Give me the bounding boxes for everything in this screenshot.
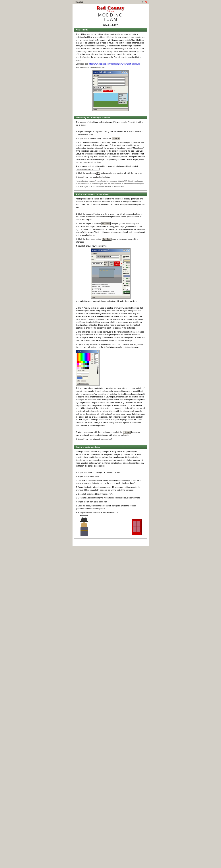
swatch-blue[interactable] bbox=[87, 361, 89, 363]
kdff-col-browse-btn2[interactable]: ... bbox=[125, 83, 128, 86]
swatch-cyan[interactable] bbox=[85, 361, 87, 363]
phone-booth bbox=[132, 519, 141, 535]
kdff-save-btn[interactable]: 💾 Save bbox=[123, 291, 130, 293]
kdff-big-max[interactable]: □ bbox=[125, 249, 127, 251]
cp-grn-input[interactable] bbox=[94, 361, 98, 362]
swatch-ltblue[interactable] bbox=[87, 365, 89, 367]
kdff-menu-viewcol[interactable]: View Col bbox=[94, 74, 99, 76]
swatch-white[interactable] bbox=[79, 363, 81, 365]
download-link[interactable]: https://www.mediafire.com/file/mkmrt2vy4… bbox=[89, 63, 140, 65]
kdff-col-browse-btn1[interactable]: ... bbox=[125, 80, 128, 83]
kdff-vertex-select[interactable]: Day Vertex bbox=[93, 86, 105, 89]
save-btn-mock[interactable]: 💾 bbox=[96, 172, 100, 175]
viewcol-optimise[interactable]: ✓ Optimise bbox=[119, 99, 126, 101]
swatch-green[interactable] bbox=[83, 361, 85, 363]
swatch-vdkgray[interactable] bbox=[85, 367, 87, 369]
cp-blu-input[interactable] bbox=[94, 363, 98, 364]
brightness-slider[interactable] bbox=[97, 365, 98, 374]
cp-rainbow[interactable] bbox=[77, 353, 91, 361]
z-slider-row: Z bbox=[123, 267, 130, 269]
swatch-ltmagenta[interactable] bbox=[77, 367, 79, 369]
kdff-right-panel: Day Color / Direction X Y Z bbox=[123, 255, 131, 296]
kdff-big-col-input[interactable] bbox=[96, 258, 119, 261]
custom-swatch-3[interactable] bbox=[81, 372, 83, 374]
kdff-big-vertex-select[interactable]: Day Vertex bbox=[92, 262, 103, 265]
custom-swatch-2[interactable] bbox=[79, 372, 81, 374]
swatch-gray[interactable] bbox=[83, 363, 85, 365]
viewcol-empty[interactable]: Empty bbox=[119, 94, 126, 96]
swatch-ltgreen[interactable] bbox=[83, 365, 85, 367]
ny-slider[interactable] bbox=[126, 280, 130, 282]
swatch-yellow[interactable] bbox=[81, 361, 83, 363]
custom-swatch-4[interactable] bbox=[83, 372, 85, 374]
y-slider[interactable] bbox=[126, 265, 130, 266]
kdff-easy-color-btn[interactable]: Easy Color bbox=[93, 89, 102, 92]
char-hat-top bbox=[82, 518, 87, 521]
kdff-min-btn[interactable]: _ bbox=[122, 71, 123, 73]
kdff-big-easy-color[interactable]: Easy Color bbox=[109, 261, 114, 266]
viewcol-make[interactable]: Make col bbox=[119, 101, 126, 103]
kdff-big-samp-close[interactable]: ✕ bbox=[121, 262, 122, 265]
kdff-col-input2[interactable] bbox=[98, 84, 125, 86]
night-color-picker[interactable] bbox=[123, 275, 130, 277]
swatch-peach[interactable] bbox=[79, 365, 81, 367]
cp-cancel-btn[interactable]: Cancel bbox=[81, 380, 86, 382]
kdff-big-dff-input[interactable] bbox=[96, 255, 119, 258]
kdff-big-close[interactable]: ✕ bbox=[128, 249, 129, 251]
cp-lum-input[interactable] bbox=[94, 357, 98, 359]
import-dff-btn-mock[interactable]: Import dff bbox=[112, 137, 121, 140]
swatch-ltgray[interactable] bbox=[81, 363, 83, 365]
share-icon[interactable]: ⬆ bbox=[142, 1, 144, 3]
kdff-samp-close[interactable]: ✕ bbox=[114, 90, 115, 92]
swatch-pink[interactable] bbox=[77, 365, 79, 367]
swatch-nearblack[interactable] bbox=[87, 367, 89, 369]
cp-red-input[interactable] bbox=[94, 359, 98, 361]
kdff-max-btn[interactable]: □ bbox=[124, 71, 125, 73]
import-but-btn[interactable]: Import but bbox=[101, 222, 110, 225]
amb-day-input[interactable] bbox=[126, 287, 130, 289]
kdff-big-import-by[interactable]: Import by bbox=[104, 261, 109, 266]
kdff-big-col-browse[interactable]: ... bbox=[120, 258, 122, 261]
cp-hue-input[interactable] bbox=[94, 353, 98, 355]
swatch-orange[interactable] bbox=[79, 361, 81, 363]
viewcol-box[interactable]: Box bbox=[119, 96, 126, 98]
swatch-magenta[interactable] bbox=[77, 363, 79, 365]
day-color-picker[interactable] bbox=[123, 259, 130, 262]
custom-swatch-8[interactable] bbox=[79, 374, 81, 376]
kdff-big-dff-browse[interactable]: ... bbox=[120, 255, 122, 258]
kdff-dff-input[interactable] bbox=[98, 78, 125, 80]
custom-swatch-5[interactable] bbox=[85, 372, 87, 374]
swatch-mdgray[interactable] bbox=[81, 367, 83, 369]
swatch-offwhite[interactable] bbox=[79, 367, 81, 369]
viewcol-mesh[interactable]: Mesh Faces bbox=[119, 98, 126, 100]
bookmark-icon[interactable]: 🔖 bbox=[145, 1, 148, 3]
kdff-big-viewcol[interactable]: View Col bbox=[92, 252, 97, 254]
swatch-black[interactable] bbox=[87, 363, 89, 365]
swatch-ltyellow[interactable] bbox=[81, 365, 83, 367]
kdff-dff-browse-btn[interactable]: ... bbox=[125, 77, 128, 80]
easy-color-btn[interactable]: Easy Color bbox=[102, 238, 112, 241]
nx-slider[interactable] bbox=[126, 278, 130, 279]
cp-add-custom-btn[interactable]: Add to custom colours bbox=[77, 383, 89, 384]
custom-swatch-1[interactable] bbox=[77, 372, 79, 374]
swatch-mdkgray[interactable] bbox=[83, 367, 85, 369]
custom-swatch-6[interactable] bbox=[87, 372, 89, 374]
nz-slider[interactable] bbox=[126, 283, 130, 284]
x-slider[interactable] bbox=[126, 262, 130, 264]
cp-sat-input[interactable] bbox=[94, 355, 98, 357]
cp-ok-btn[interactable]: OK bbox=[77, 380, 80, 382]
kdff-big-title: SA-MIP kdff gui (v0.2.5) bbox=[92, 249, 109, 252]
cp-close[interactable]: ✕ bbox=[97, 350, 98, 352]
z-slider[interactable] bbox=[126, 267, 130, 268]
swatch-red[interactable] bbox=[77, 361, 79, 363]
kdff-close-btn[interactable]: ✕ bbox=[126, 71, 128, 73]
window-5 bbox=[106, 270, 107, 271]
swatch-dkgray[interactable] bbox=[85, 363, 87, 365]
kdff-import-by-btn[interactable]: Import by bbox=[105, 86, 112, 89]
amb-night-input[interactable] bbox=[126, 289, 130, 291]
save-col-btn[interactable]: 💾 Save bbox=[123, 431, 131, 434]
kdff-big-min[interactable]: _ bbox=[123, 249, 125, 251]
custom-swatch-7[interactable] bbox=[77, 374, 79, 376]
swatch-ltcyan[interactable] bbox=[85, 365, 87, 367]
kdff-col-input1[interactable] bbox=[98, 80, 125, 83]
